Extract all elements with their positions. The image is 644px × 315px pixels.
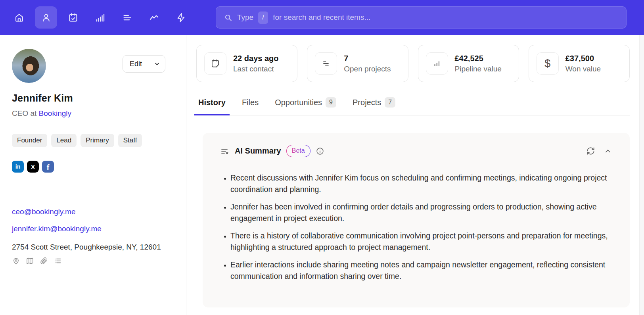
- ai-summary-title: AI Summary: [235, 146, 281, 156]
- stat-value: 22 days ago: [233, 54, 279, 63]
- facebook-icon[interactable]: f: [42, 161, 54, 173]
- x-twitter-icon[interactable]: X: [27, 161, 39, 173]
- bar-chart-icon[interactable]: [89, 6, 111, 29]
- role-connector: at: [30, 109, 36, 117]
- stat-label: Last contact: [233, 65, 279, 73]
- stat-value: 7: [344, 54, 391, 63]
- ai-bullet: Jennifer has been involved in confirming…: [230, 201, 614, 224]
- search-icon: [224, 13, 232, 22]
- email-link-primary[interactable]: ceo@bookingly.me: [12, 207, 174, 216]
- list-lines-icon[interactable]: [116, 6, 138, 29]
- map-pin-icon[interactable]: [12, 257, 20, 265]
- ai-summary-bullets: Recent discussions with Jennifer Kim foc…: [230, 172, 614, 282]
- slash-key-badge: /: [258, 12, 268, 24]
- content-tabs: History Files Opportunities 9 Projects 7: [196, 97, 630, 115]
- tab-projects[interactable]: Projects 7: [352, 97, 396, 115]
- stat-label: Pipeline value: [455, 65, 502, 73]
- stat-cards: 22 days ago Last contact 7 Open projects: [196, 45, 630, 82]
- search-placeholder-prefix: Type: [237, 13, 253, 22]
- address-actions: [12, 257, 174, 265]
- list-icon[interactable]: [54, 257, 62, 265]
- ai-summary-icon: [220, 146, 230, 156]
- chart-bars-icon: [426, 52, 448, 75]
- tag-primary[interactable]: Primary: [80, 134, 114, 147]
- calendar-note-icon: [204, 52, 226, 75]
- beta-badge: Beta: [286, 145, 310, 157]
- ai-summary-header: AI Summary Beta: [220, 145, 614, 157]
- edit-button[interactable]: Edit: [123, 60, 149, 68]
- organisation-link[interactable]: Bookingly: [39, 109, 71, 117]
- tag-lead[interactable]: Lead: [51, 134, 77, 147]
- main-panel: 22 days ago Last contact 7 Open projects: [186, 35, 644, 315]
- stat-card-pipeline-value[interactable]: £42,525 Pipeline value: [418, 45, 519, 82]
- tab-files[interactable]: Files: [241, 97, 259, 115]
- chevron-down-icon: [153, 60, 161, 67]
- nav-icon-group: [8, 6, 192, 29]
- tag-staff[interactable]: Staff: [118, 134, 142, 147]
- postal-address: 2754 Scott Street, Poughkeepsie, NY, 126…: [12, 241, 165, 253]
- stat-value: £37,500: [565, 54, 601, 63]
- calendar-icon[interactable]: [62, 6, 84, 29]
- social-links: in X f: [12, 161, 174, 173]
- scrollbar-track[interactable]: [639, 35, 644, 315]
- stat-value: £42,525: [455, 54, 502, 63]
- email-link-secondary[interactable]: jennifer.kim@bookingly.me: [12, 225, 174, 233]
- info-icon[interactable]: [316, 147, 324, 156]
- home-icon[interactable]: [8, 6, 30, 29]
- ai-summary-card: AI Summary Beta: [203, 133, 630, 307]
- activity-icon[interactable]: [143, 6, 165, 29]
- contact-details: ceo@bookingly.me jennifer.kim@bookingly.…: [12, 207, 174, 265]
- linkedin-icon[interactable]: in: [12, 161, 24, 173]
- sort-lines-icon: [315, 52, 337, 75]
- tag-founder[interactable]: Founder: [12, 134, 47, 147]
- tab-opportunities[interactable]: Opportunities 9: [274, 97, 337, 115]
- contact-name: Jennifer Kim: [12, 92, 174, 104]
- contact-sidebar: Edit Jennifer Kim CEO at Bookingly Found…: [0, 35, 186, 315]
- top-navbar: Type / for search and recent items...: [0, 0, 644, 35]
- stat-label: Open projects: [344, 65, 391, 73]
- contact-role: CEO at Bookingly: [12, 109, 174, 118]
- map-icon[interactable]: [26, 257, 34, 265]
- avatar[interactable]: [12, 49, 46, 83]
- stat-card-open-projects[interactable]: 7 Open projects: [307, 45, 408, 82]
- global-search-input[interactable]: Type / for search and recent items...: [216, 6, 627, 29]
- search-placeholder-suffix: for search and recent items...: [273, 13, 370, 22]
- lightning-icon[interactable]: [170, 6, 192, 29]
- stat-card-last-contact[interactable]: 22 days ago Last contact: [196, 45, 297, 82]
- ai-bullet: Earlier interactions include sharing mee…: [230, 259, 614, 282]
- refresh-icon[interactable]: [585, 145, 597, 157]
- stat-label: Won value: [565, 65, 601, 73]
- tag-row: Founder Lead Primary Staff: [12, 134, 174, 147]
- projects-count-badge: 7: [385, 97, 395, 108]
- tab-history[interactable]: History: [197, 97, 226, 115]
- edit-dropdown-button[interactable]: [149, 60, 165, 67]
- ai-bullet: There is a history of collaborative comm…: [230, 230, 614, 253]
- role-title: CEO: [12, 109, 28, 117]
- edit-split-button: Edit: [123, 55, 165, 73]
- people-icon[interactable]: [35, 6, 57, 29]
- dollar-icon: $: [537, 52, 559, 75]
- stat-card-won-value[interactable]: $ £37,500 Won value: [529, 45, 630, 82]
- opportunities-count-badge: 9: [326, 97, 336, 108]
- paperclip-icon[interactable]: [40, 257, 48, 265]
- collapse-chevron-up-icon[interactable]: [602, 145, 614, 157]
- ai-bullet: Recent discussions with Jennifer Kim foc…: [230, 172, 614, 195]
